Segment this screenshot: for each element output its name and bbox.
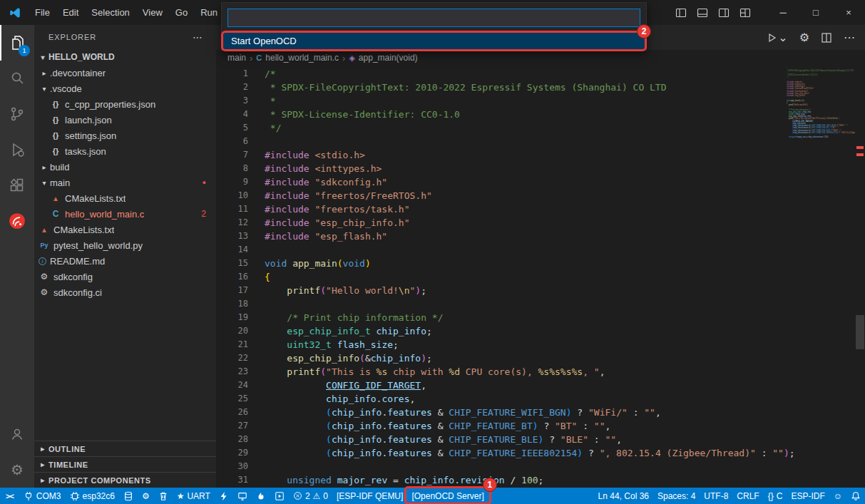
tree-file-CMakeLists.txt[interactable]: ▲CMakeLists.txt: [34, 222, 216, 237]
breadcrumb-folder[interactable]: main: [227, 53, 246, 63]
activitybar-source-control[interactable]: [0, 96, 34, 132]
minimize-button[interactable]: ─: [767, 0, 799, 25]
tree-folder-build[interactable]: ▸build: [34, 159, 216, 175]
command-palette-input[interactable]: [227, 9, 640, 27]
maximize-button[interactable]: □: [799, 0, 832, 25]
feedback-item[interactable]: ☺: [829, 488, 846, 504]
tree-file-c_cpp_properties.json[interactable]: {}c_cpp_properties.json: [34, 96, 216, 112]
code-line: uint32_t flash_size;: [265, 338, 795, 351]
section-outline[interactable]: ▸ OUTLINE: [34, 441, 216, 456]
close-button[interactable]: ×: [832, 0, 865, 25]
tree-folder-main[interactable]: ▾main●: [34, 175, 216, 190]
code-line: printf("This is %s chip with %d CPU core…: [265, 365, 795, 379]
tree-file-pytest_hello_world.py[interactable]: Pypytest_hello_world.py: [34, 237, 216, 253]
openocd-server-item[interactable]: [OpenOCD Server] 1: [407, 488, 488, 504]
line-number: 17: [216, 284, 248, 297]
json-file-icon: {}: [50, 100, 61, 108]
monitor-item[interactable]: [233, 488, 252, 504]
flash-item[interactable]: [215, 488, 233, 504]
chevron-right-icon: ▸: [37, 476, 48, 484]
tree-file-README.md[interactable]: iREADME.md: [34, 253, 216, 269]
command-palette-item-start-openocd[interactable]: Start OpenOCD 2: [222, 32, 646, 50]
tree-folder-.devcontainer[interactable]: ▸.devcontainer: [34, 65, 216, 81]
esp-idf-qemu-item[interactable]: [ESP-IDF QEMU]: [332, 488, 407, 504]
flash-method-item[interactable]: ★ UART: [173, 488, 215, 504]
more-actions-icon[interactable]: ⋯: [193, 31, 203, 43]
breadcrumb-separator: ›: [250, 53, 252, 63]
minimap[interactable]: /* * SPDX-FileCopyrightText: 2010-2022 E…: [787, 67, 855, 160]
section-project-components[interactable]: ▸ PROJECT COMPONENTS: [34, 472, 216, 488]
editor-settings-gear-icon[interactable]: ⚙: [799, 31, 809, 44]
activitybar-run-debug[interactable]: [0, 132, 34, 168]
line-number: 19: [216, 311, 248, 324]
build-item[interactable]: [119, 488, 138, 504]
tree-folder-.vscode[interactable]: ▾.vscode: [34, 81, 216, 96]
activitybar-explorer[interactable]: 1: [0, 25, 34, 61]
toggle-secondary-sidebar-icon[interactable]: [718, 7, 730, 19]
language-mode-item[interactable]: {} C: [764, 488, 787, 504]
code-line: (chip_info.features & CHIP_FEATURE_BLE) …: [265, 433, 795, 446]
menuconfig-item[interactable]: ⚙: [138, 488, 154, 504]
tree-file-launch.json[interactable]: {}launch.json: [34, 112, 216, 128]
tree-file-tasks.json[interactable]: {}tasks.json: [34, 143, 216, 159]
menu-file[interactable]: File: [29, 0, 56, 25]
braces-icon: {}: [768, 491, 774, 501]
warning-count: 0: [323, 491, 328, 501]
scrollbar-thumb[interactable]: [856, 315, 864, 349]
menu-view[interactable]: View: [136, 0, 169, 25]
cursor-position-item[interactable]: Ln 44, Col 36: [594, 488, 653, 504]
workspace-name: HELLO_WORLD: [48, 52, 115, 62]
encoding-item[interactable]: UTF-8: [700, 488, 732, 504]
json-file-icon: {}: [50, 147, 61, 155]
problems-item[interactable]: 2 ⚠ 0: [289, 488, 332, 504]
full-clean-item[interactable]: [154, 488, 173, 504]
editor-group: ⌄ ⚙ ⋯ main › C hello_world_main.c › ◈ ap…: [216, 25, 865, 488]
json-file-icon: {}: [50, 115, 61, 124]
menu-go[interactable]: Go: [169, 0, 194, 25]
split-editor-icon[interactable]: [821, 32, 832, 43]
tree-file-hello_world_main.c[interactable]: Chello_world_main.c2: [34, 206, 216, 222]
menu-edit[interactable]: Edit: [56, 0, 85, 25]
editor-more-actions-icon[interactable]: ⋯: [844, 31, 855, 44]
customize-layout-icon[interactable]: [739, 7, 751, 19]
notifications-item[interactable]: [846, 488, 865, 504]
toggle-panel-icon[interactable]: [697, 7, 708, 19]
chevron-right-icon: ▸: [37, 445, 48, 453]
indentation-item[interactable]: Spaces: 4: [653, 488, 700, 504]
remote-indicator[interactable]: ><: [0, 488, 19, 504]
tree-file-CMakeLists.txt[interactable]: ▲CMakeLists.txt: [34, 190, 216, 206]
line-number: 27: [216, 419, 248, 433]
serial-port-item[interactable]: COM3: [19, 488, 66, 504]
eol-item[interactable]: CRLF: [732, 488, 763, 504]
build-flash-monitor-item[interactable]: [252, 488, 270, 504]
qemu-launch-item[interactable]: [270, 488, 289, 504]
activitybar-esp-idf[interactable]: [0, 203, 34, 239]
workspace-header[interactable]: ▾ HELLO_WORLD: [34, 49, 216, 65]
tree-item-label: CMakeLists.txt: [53, 225, 114, 235]
breadcrumb-symbol[interactable]: app_main(void): [359, 53, 418, 63]
activitybar-accounts[interactable]: [0, 416, 34, 452]
line-number: 23: [216, 365, 248, 379]
activitybar-search[interactable]: [0, 61, 34, 96]
menu-selection[interactable]: Selection: [85, 0, 135, 25]
editor-scrollbar[interactable]: [855, 66, 865, 488]
section-timeline[interactable]: ▸ TIMELINE: [34, 456, 216, 472]
tree-item-label: sdkconfig.ci: [53, 287, 102, 298]
sidebar-sections: ▸ OUTLINE ▸ TIMELINE ▸ PROJECT COMPONENT…: [34, 441, 216, 488]
code-area[interactable]: 1234567891011121314151617181920212223242…: [216, 66, 865, 488]
gear-file-icon: ⚙: [39, 287, 50, 297]
toggle-sidebar-icon[interactable]: [675, 7, 687, 19]
tree-file-settings.json[interactable]: {}settings.json: [34, 128, 216, 143]
python-file-icon: Py: [39, 242, 50, 249]
esp-idf-version-item[interactable]: ESP-IDF: [787, 488, 829, 504]
activitybar-settings[interactable]: ⚙: [0, 452, 34, 488]
menu-run[interactable]: Run: [194, 0, 224, 25]
activitybar-extensions[interactable]: [0, 168, 34, 203]
device-target-item[interactable]: esp32c6: [66, 488, 119, 504]
run-button[interactable]: ⌄: [767, 31, 787, 44]
tree-file-sdkconfig.ci[interactable]: ⚙sdkconfig.ci: [34, 284, 216, 300]
tree-file-sdkconfig[interactable]: ⚙sdkconfig: [34, 269, 216, 284]
c-file-icon: C: [50, 209, 61, 219]
line-number: 30: [216, 460, 248, 473]
breadcrumb-file[interactable]: hello_world_main.c: [265, 53, 339, 63]
